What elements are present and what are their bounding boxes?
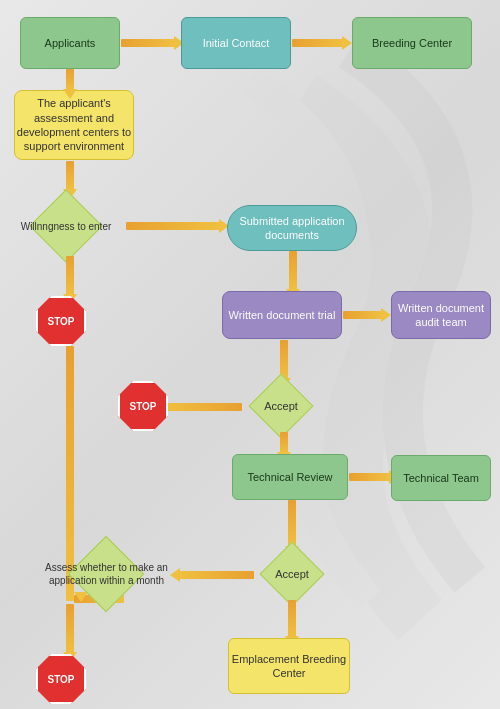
- arrow-trial-audit: [343, 311, 383, 319]
- initial-contact-label: Initial Contact: [203, 36, 270, 50]
- initial-contact-box: Initial Contact: [181, 17, 291, 69]
- technical-review-label: Technical Review: [248, 470, 333, 484]
- assess-label: Assess whether to make an application wi…: [34, 555, 179, 593]
- willingness-label: Willnngness to enter: [17, 216, 116, 237]
- arrowhead-3: [63, 89, 77, 99]
- willingness-diamond: Willnngness to enter: [6, 196, 126, 256]
- arrow-accept2-assess: [179, 571, 254, 579]
- assessment-label: The applicant's assessment and developme…: [15, 96, 133, 153]
- arrow-will-stop: [66, 256, 74, 296]
- arrow-assess-stop3: [66, 604, 74, 654]
- stop-sign-1: STOP: [36, 296, 86, 346]
- emplacement-label: Emplacement Breeding Center: [229, 652, 349, 681]
- arrow-will-submit: [126, 222, 221, 230]
- applicants-label: Applicants: [45, 36, 96, 50]
- technical-team-box: Technical Team: [391, 455, 491, 501]
- stop-sign-2: STOP: [118, 381, 168, 431]
- breeding-center-label: Breeding Center: [372, 36, 452, 50]
- arrowhead-2: [342, 36, 352, 50]
- applicants-box: Applicants: [20, 17, 120, 69]
- stop-sign-3: STOP: [36, 654, 86, 704]
- assess-diamond: Assess whether to make an application wi…: [34, 544, 179, 604]
- accept1-label: Accept: [260, 395, 302, 417]
- stop-label-3: STOP: [47, 674, 74, 685]
- written-doc-audit-box: Written document audit team: [391, 291, 491, 339]
- arrow-down-1: [66, 69, 74, 91]
- arrow-initial-breeding: [292, 39, 344, 47]
- written-doc-trial-label: Written document trial: [229, 308, 336, 322]
- arrow-down-2: [66, 161, 74, 191]
- accept1-diamond: Accept: [242, 380, 320, 432]
- arrow-tech-team: [349, 473, 391, 481]
- flowchart: Applicants Initial Contact Breeding Cent…: [0, 0, 500, 709]
- technical-review-box: Technical Review: [232, 454, 348, 500]
- arrow-accept1-stop: [164, 403, 242, 411]
- stop-label-2: STOP: [129, 401, 156, 412]
- stop-label-1: STOP: [47, 316, 74, 327]
- arrow-accept2-emplace: [288, 600, 296, 638]
- accept2-diamond: Accept: [254, 548, 330, 600]
- arrow-accept1-tech: [280, 432, 288, 454]
- emplacement-box: Emplacement Breeding Center: [228, 638, 350, 694]
- breeding-center-box: Breeding Center: [352, 17, 472, 69]
- accept2-label: Accept: [271, 563, 313, 585]
- arrow-submit-written: [289, 251, 297, 291]
- technical-team-label: Technical Team: [403, 471, 479, 485]
- written-doc-trial-box: Written document trial: [222, 291, 342, 339]
- arrow-applicants-initial: [121, 39, 176, 47]
- submitted-docs-box: Submitted application documents: [227, 205, 357, 251]
- written-doc-audit-label: Written document audit team: [392, 301, 490, 330]
- submitted-docs-label: Submitted application documents: [228, 214, 356, 243]
- arrowhead-8: [381, 308, 391, 322]
- assessment-box: The applicant's assessment and developme…: [14, 90, 134, 160]
